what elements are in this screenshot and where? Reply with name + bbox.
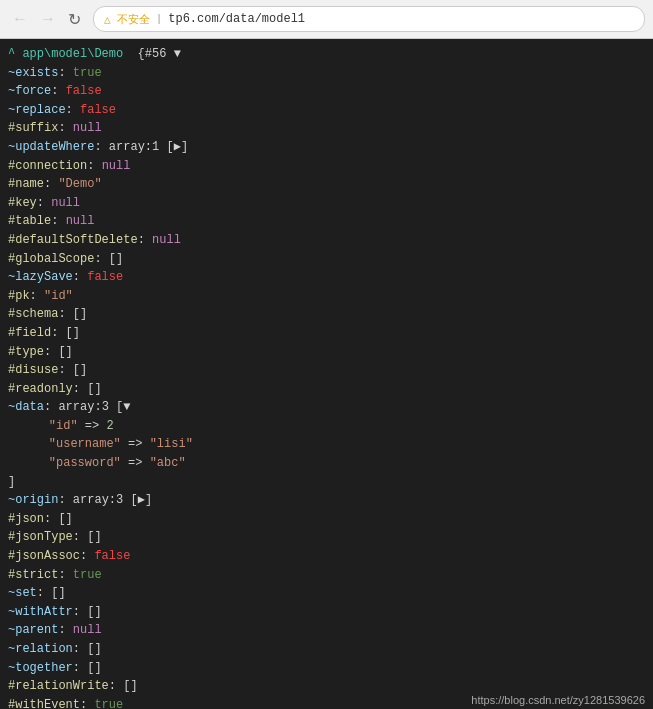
code-token: "id" xyxy=(44,287,73,306)
code-line: ~relation: [] xyxy=(8,640,645,659)
code-line: ~lazySave: false xyxy=(8,268,645,287)
code-token: #type xyxy=(8,343,44,362)
code-token: null xyxy=(51,194,80,213)
code-token: #globalScope xyxy=(8,250,94,269)
code-token: : xyxy=(87,157,101,176)
code-token: ~together xyxy=(8,659,73,678)
code-token: "Demo" xyxy=(58,175,101,194)
code-token: : array:3 [ xyxy=(44,398,123,417)
refresh-button[interactable]: ↻ xyxy=(64,8,85,31)
separator: | xyxy=(156,13,163,25)
code-token: null xyxy=(73,119,102,138)
code-token: : xyxy=(58,566,72,585)
code-token: : xyxy=(58,64,72,83)
browser-chrome: ← → ↻ △ 不安全 | tp6.com/data/model1 xyxy=(0,0,653,39)
code-token: "lisi" xyxy=(150,435,193,454)
code-token: : xyxy=(58,621,72,640)
code-token: "password" xyxy=(49,454,121,473)
code-line: ~withAttr: [] xyxy=(8,603,645,622)
code-token: : xyxy=(80,696,94,709)
code-token: #strict xyxy=(8,566,58,585)
code-token: : [] xyxy=(58,361,87,380)
code-token: true xyxy=(73,64,102,83)
back-button[interactable]: ← xyxy=(8,8,32,30)
code-token: : xyxy=(37,194,51,213)
url-text: tp6.com/data/model1 xyxy=(168,12,634,26)
code-line: #disuse: [] xyxy=(8,361,645,380)
code-token: ] xyxy=(145,491,152,510)
code-token: : array:3 [ xyxy=(58,491,137,510)
code-line: ~data: array:3 [▼ xyxy=(8,398,645,417)
code-token: : xyxy=(80,547,94,566)
code-line: #connection: null xyxy=(8,157,645,176)
code-token: ~updateWhere xyxy=(8,138,94,157)
code-line: #strict: true xyxy=(8,566,645,585)
code-line: ~origin: array:3 [▶] xyxy=(8,491,645,510)
code-token: ] xyxy=(8,473,15,492)
code-token: : [] xyxy=(109,677,138,696)
code-line: #pk: "id" xyxy=(8,287,645,306)
code-line: ~exists: true xyxy=(8,64,645,83)
code-line: ~force: false xyxy=(8,82,645,101)
code-token: #suffix xyxy=(8,119,58,138)
code-token: : xyxy=(51,82,65,101)
code-token: : [] xyxy=(44,343,73,362)
code-line: #readonly: [] xyxy=(8,380,645,399)
not-secure-label: 不安全 xyxy=(117,12,150,27)
code-line: #type: [] xyxy=(8,343,645,362)
security-warning-icon: △ xyxy=(104,13,111,26)
code-token: ~exists xyxy=(8,64,58,83)
code-line: ~together: [] xyxy=(8,659,645,678)
code-token: : [] xyxy=(58,305,87,324)
code-token: false xyxy=(80,101,116,120)
code-token: : [] xyxy=(73,659,102,678)
code-token: : [] xyxy=(73,528,102,547)
code-token: ▼ xyxy=(123,398,130,417)
code-token: #schema xyxy=(8,305,58,324)
code-token: ~set xyxy=(8,584,37,603)
code-token: #field xyxy=(8,324,51,343)
code-token: #json xyxy=(8,510,44,529)
code-line: #key: null xyxy=(8,194,645,213)
code-token: : [] xyxy=(73,640,102,659)
code-token: #connection xyxy=(8,157,87,176)
code-token: : [] xyxy=(73,380,102,399)
code-line: #relationWrite: [] xyxy=(8,677,645,696)
code-token: null xyxy=(152,231,181,250)
code-token: => xyxy=(78,417,107,436)
code-token: : [] xyxy=(51,324,80,343)
code-token: ~replace xyxy=(8,101,66,120)
address-bar[interactable]: △ 不安全 | tp6.com/data/model1 xyxy=(93,6,645,32)
browser-toolbar: ← → ↻ △ 不安全 | tp6.com/data/model1 xyxy=(0,0,653,38)
code-token: "abc" xyxy=(150,454,186,473)
code-token: : xyxy=(30,287,44,306)
code-token: ] xyxy=(181,138,188,157)
code-token: #pk xyxy=(8,287,30,306)
code-token: ~relation xyxy=(8,640,73,659)
code-token: ~force xyxy=(8,82,51,101)
code-token: ▶ xyxy=(174,138,181,157)
code-token: false xyxy=(87,268,123,287)
code-lines-container: ~exists: true~force: false~replace: fals… xyxy=(8,64,645,709)
code-line: #table: null xyxy=(8,212,645,231)
code-token: : xyxy=(138,231,152,250)
code-token: false xyxy=(66,82,102,101)
code-token: 2 xyxy=(106,417,113,436)
code-token: null xyxy=(66,212,95,231)
code-token: false xyxy=(94,547,130,566)
code-token: : [] xyxy=(37,584,66,603)
code-token: : [] xyxy=(73,603,102,622)
code-token: null xyxy=(73,621,102,640)
code-token: #relationWrite xyxy=(8,677,109,696)
code-line: ~parent: null xyxy=(8,621,645,640)
code-token: : xyxy=(66,101,80,120)
code-token: #disuse xyxy=(8,361,58,380)
code-token: ~data xyxy=(8,398,44,417)
code-token: => xyxy=(121,435,150,454)
code-line: #json: [] xyxy=(8,510,645,529)
forward-button[interactable]: → xyxy=(36,8,60,30)
class-name: ^ app\model\Demo xyxy=(8,45,123,64)
code-token: "id" xyxy=(49,417,78,436)
code-line: #suffix: null xyxy=(8,119,645,138)
code-line: #field: [] xyxy=(8,324,645,343)
